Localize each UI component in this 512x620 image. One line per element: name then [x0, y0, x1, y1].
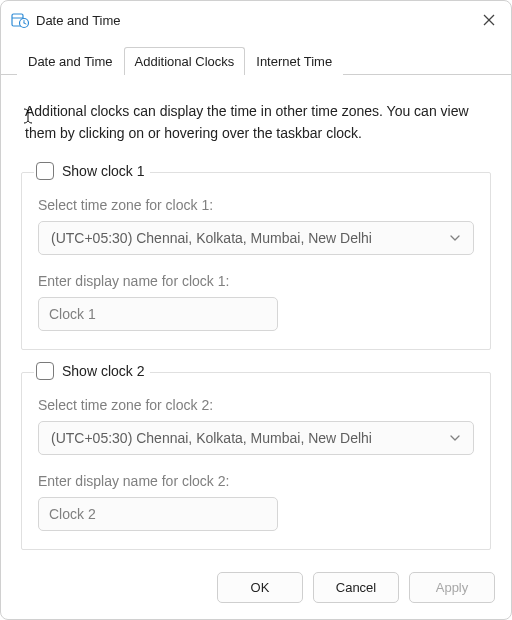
show-clock2-label: Show clock 2: [62, 363, 144, 379]
tab-date-and-time[interactable]: Date and Time: [17, 47, 124, 75]
cancel-button[interactable]: Cancel: [313, 572, 399, 603]
tab-internet-time[interactable]: Internet Time: [245, 47, 343, 75]
button-label: Cancel: [336, 580, 376, 595]
clock1-tz-select[interactable]: (UTC+05:30) Chennai, Kolkata, Mumbai, Ne…: [38, 221, 474, 255]
clock1-tz-label: Select time zone for clock 1:: [38, 197, 474, 213]
date-time-dialog: Date and Time Date and Time Additional C…: [0, 0, 512, 620]
show-clock1-label: Show clock 1: [62, 163, 144, 179]
window-title: Date and Time: [36, 13, 477, 28]
clock2-name-label: Enter display name for clock 2:: [38, 473, 474, 489]
clock2-tz-value: (UTC+05:30) Chennai, Kolkata, Mumbai, Ne…: [51, 430, 372, 446]
close-button[interactable]: [477, 8, 501, 32]
chevron-down-icon: [449, 432, 461, 444]
titlebar: Date and Time: [1, 1, 511, 37]
clock2-name-value: Clock 2: [49, 506, 96, 522]
tab-label: Internet Time: [256, 54, 332, 69]
tab-strip: Date and Time Additional Clocks Internet…: [1, 47, 511, 75]
clock2-legend: Show clock 2: [34, 362, 150, 380]
tab-label: Date and Time: [28, 54, 113, 69]
chevron-down-icon: [449, 232, 461, 244]
clock1-name-value: Clock 1: [49, 306, 96, 322]
clock1-name-label: Enter display name for clock 1:: [38, 273, 474, 289]
clock2-tz-select[interactable]: (UTC+05:30) Chennai, Kolkata, Mumbai, Ne…: [38, 421, 474, 455]
clock1-legend: Show clock 1: [34, 162, 150, 180]
button-label: OK: [251, 580, 270, 595]
tab-panel-additional-clocks: Additional clocks can display the time i…: [1, 75, 511, 562]
clock-calendar-icon: [11, 11, 29, 29]
clock2-group: Show clock 2 Select time zone for clock …: [21, 372, 491, 550]
clock1-tz-value: (UTC+05:30) Chennai, Kolkata, Mumbai, Ne…: [51, 230, 372, 246]
tab-label: Additional Clocks: [135, 54, 235, 69]
ok-button[interactable]: OK: [217, 572, 303, 603]
show-clock1-checkbox[interactable]: [36, 162, 54, 180]
show-clock2-checkbox[interactable]: [36, 362, 54, 380]
clock2-tz-label: Select time zone for clock 2:: [38, 397, 474, 413]
description-text: Additional clocks can display the time i…: [25, 101, 487, 144]
clock1-group: Show clock 1 Select time zone for clock …: [21, 172, 491, 350]
tab-additional-clocks[interactable]: Additional Clocks: [124, 47, 246, 75]
close-icon: [483, 14, 495, 26]
clock2-name-input[interactable]: Clock 2: [38, 497, 278, 531]
clock1-name-input[interactable]: Clock 1: [38, 297, 278, 331]
dialog-button-row: OK Cancel Apply: [1, 562, 511, 619]
apply-button[interactable]: Apply: [409, 572, 495, 603]
button-label: Apply: [436, 580, 469, 595]
